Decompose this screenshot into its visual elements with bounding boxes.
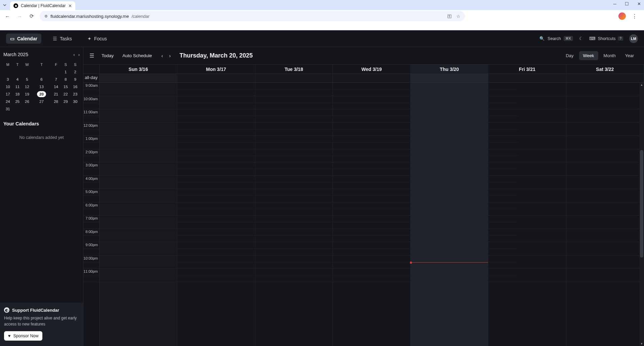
mini-cal-next[interactable]: › (78, 52, 80, 57)
day-column[interactable] (177, 83, 255, 346)
allday-cell[interactable] (566, 74, 644, 82)
avatar-initials: LM (631, 37, 636, 41)
minimize-button[interactable]: ─ (612, 1, 617, 6)
sidebar-toggle[interactable]: ☰ (89, 52, 94, 59)
day-column[interactable] (100, 83, 177, 346)
day-header-cell[interactable]: Sun 3/16 (100, 65, 177, 74)
vertical-scrollbar[interactable]: ▲ ▼ (639, 83, 644, 346)
mini-cal-day (51, 106, 61, 112)
day-header-cell[interactable]: Tue 3/18 (255, 65, 333, 74)
mini-cal-day[interactable]: 6 (32, 76, 51, 83)
mini-cal-day (23, 106, 32, 112)
theme-toggle[interactable]: ☾ (579, 36, 583, 41)
mini-cal-day[interactable]: 10 (3, 83, 12, 90)
back-button[interactable]: ← (3, 12, 11, 20)
mini-cal-day[interactable]: 4 (13, 76, 22, 83)
mini-cal-day[interactable]: 5 (23, 76, 32, 83)
mini-cal-day[interactable]: 16 (71, 83, 80, 90)
maximize-button[interactable]: ☐ (624, 1, 629, 6)
mini-cal-day[interactable]: 22 (61, 91, 70, 98)
mini-cal-day[interactable]: 19 (23, 91, 32, 98)
mini-cal-grid: MTWTFSS 12345678910111213141516171819202… (3, 61, 80, 113)
day-column[interactable] (488, 83, 566, 346)
sponsor-button[interactable]: ♥ Sponsor Now (4, 331, 42, 341)
scrollbar-thumb[interactable] (640, 150, 643, 258)
allday-cell[interactable] (333, 74, 411, 82)
mini-cal-prev[interactable]: ‹ (73, 52, 75, 57)
day-column[interactable] (566, 83, 644, 346)
today-button[interactable]: Today (100, 52, 115, 60)
shortcuts-button[interactable]: ⌨ Shortcuts ? (589, 36, 623, 41)
mini-cal-day[interactable]: 15 (61, 83, 70, 90)
mini-cal-day[interactable]: 13 (32, 83, 51, 90)
bookmark-star-icon[interactable]: ☆ (456, 14, 460, 19)
password-key-icon[interactable]: ⚿ (447, 14, 452, 19)
allday-cell[interactable] (488, 74, 566, 82)
allday-cell[interactable] (411, 74, 488, 82)
scroll-up-icon[interactable]: ▲ (640, 83, 643, 86)
mini-cal-day[interactable]: 17 (3, 91, 12, 98)
mini-cal-day[interactable]: 18 (13, 91, 22, 98)
day-header-cell[interactable]: Sat 3/22 (566, 65, 644, 74)
mini-cal-day[interactable]: 2 (71, 69, 80, 75)
search-button[interactable]: 🔍 Search ⌘K (539, 36, 573, 41)
view-day[interactable]: Day (562, 51, 577, 60)
mini-cal-day[interactable]: 12 (23, 83, 32, 90)
nav-focus[interactable]: ✦ Focus (83, 34, 111, 44)
mini-cal-day[interactable]: 23 (71, 91, 80, 98)
mini-cal-day[interactable]: 7 (51, 76, 61, 83)
day-header-cell[interactable]: Mon 3/17 (177, 65, 255, 74)
url-host: fluidcalendar.mariushosting.synology.me (50, 14, 129, 19)
mini-cal-day[interactable]: 14 (51, 83, 61, 90)
mini-cal-day[interactable]: 27 (32, 98, 51, 105)
mini-cal-day[interactable]: 28 (51, 98, 61, 105)
allday-cell[interactable] (177, 74, 255, 82)
next-week-button[interactable]: › (169, 53, 171, 59)
day-column[interactable] (333, 83, 411, 346)
support-title: Support FluidCalendar (12, 308, 59, 313)
allday-cell[interactable] (255, 74, 333, 82)
day-header-cell[interactable]: Fri 3/21 (488, 65, 566, 74)
url-field[interactable]: ⚙ fluidcalendar.mariushosting.synology.m… (40, 11, 465, 21)
close-window-button[interactable]: ✕ (637, 1, 641, 6)
calendar-icon: ▭ (10, 36, 14, 41)
mini-cal-day[interactable]: 26 (23, 98, 32, 105)
view-year[interactable]: Year (621, 51, 638, 60)
browser-menu-button[interactable]: ⋮ (632, 13, 637, 20)
mini-cal-day[interactable]: 30 (71, 98, 80, 105)
mini-cal-day[interactable]: 20 (32, 91, 51, 98)
close-tab-button[interactable]: ✕ (68, 3, 72, 8)
profile-avatar[interactable] (618, 12, 626, 20)
mini-cal-day[interactable]: 9 (71, 76, 80, 83)
view-week[interactable]: Week (579, 51, 598, 60)
prev-week-button[interactable]: ‹ (161, 53, 163, 59)
day-header-cell[interactable]: Thu 3/20 (411, 65, 488, 74)
sidebar: March 2025 ‹ › MTWTFSS 12345678910111213… (0, 47, 83, 346)
user-avatar[interactable]: LM (629, 34, 638, 43)
mini-cal-day[interactable]: 3 (3, 76, 12, 83)
day-column[interactable] (255, 83, 333, 346)
mini-cal-day[interactable]: 29 (61, 98, 70, 105)
browser-tab[interactable]: ◆ Calendar | FluidCalendar ✕ (10, 1, 75, 10)
auto-schedule-button[interactable]: Auto Schedule (121, 52, 153, 60)
shortcuts-label: Shortcuts (598, 36, 616, 41)
mini-cal-day[interactable]: 21 (51, 91, 61, 98)
reload-button[interactable]: ⟳ (28, 12, 36, 20)
nav-calendar[interactable]: ▭ Calendar (6, 34, 41, 44)
app-top-bar: ▭ Calendar ☰ Tasks ✦ Focus 🔍 Search ⌘K ☾ (0, 30, 644, 47)
nav-tasks[interactable]: ☰ Tasks (49, 34, 76, 44)
mini-cal-day[interactable]: 25 (13, 98, 22, 105)
mini-cal-day[interactable]: 8 (61, 76, 70, 83)
site-settings-icon[interactable]: ⚙ (44, 14, 48, 18)
mini-cal-day[interactable]: 11 (13, 83, 22, 90)
mini-cal-day[interactable]: 1 (61, 69, 70, 75)
forward-button[interactable]: → (15, 12, 24, 20)
scroll-down-icon[interactable]: ▼ (640, 342, 643, 345)
mini-cal-day[interactable]: 24 (3, 98, 12, 105)
tab-search-button[interactable] (1, 2, 8, 8)
mini-cal-day[interactable]: 31 (3, 106, 12, 112)
day-column[interactable] (411, 83, 488, 346)
day-header-cell[interactable]: Wed 3/19 (333, 65, 411, 74)
allday-cell[interactable] (100, 74, 177, 82)
view-month[interactable]: Month (600, 51, 620, 60)
